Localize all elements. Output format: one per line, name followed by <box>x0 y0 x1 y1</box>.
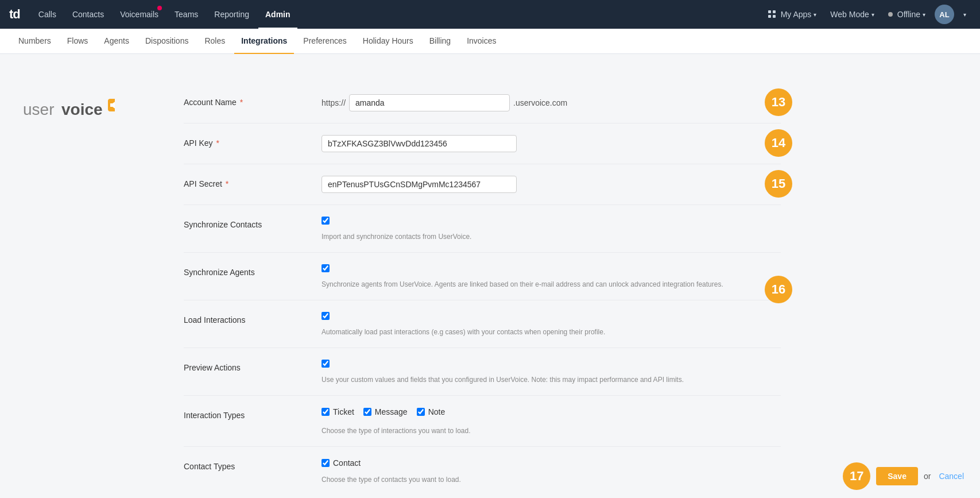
api-secret-controls <box>321 176 781 193</box>
load-interactions-controls: Automatically load past interactions (e.… <box>321 312 781 336</box>
nav-admin[interactable]: Admin <box>258 0 297 29</box>
subnav-numbers[interactable]: Numbers <box>11 29 58 54</box>
api-key-row: API Key * 14 <box>184 123 781 164</box>
or-text: or <box>924 472 931 481</box>
voicemail-badge <box>157 6 162 10</box>
sync-contacts-row: Synchronize Contacts Import and synchron… <box>184 205 781 253</box>
api-secret-label: API Secret * <box>184 176 310 188</box>
top-nav-right: My Apps ▾ Web Mode ▾ Offline ▾ AL ▾ <box>764 5 971 24</box>
contact-types-desc: Choose the type of contacts you want to … <box>321 476 781 484</box>
sync-agents-controls: Synchronize agents from UserVoice. Agent… <box>321 264 781 288</box>
integration-sidebar: user voice <box>23 83 161 495</box>
nav-contacts[interactable]: Contacts <box>65 0 111 29</box>
interaction-types-list: Ticket Message Note <box>321 407 781 419</box>
sync-agents-checkbox-row <box>321 264 781 272</box>
account-name-prefix: https:// <box>321 98 346 107</box>
preview-actions-checkbox-row <box>321 360 781 368</box>
sub-nav: Numbers Flows Agents Dispositions Roles … <box>0 29 980 54</box>
grid-dot <box>773 10 776 13</box>
preview-actions-row: Preview Actions Use your custom values a… <box>184 348 781 396</box>
svg-text:user: user <box>23 101 54 118</box>
preview-actions-checkbox[interactable] <box>321 360 330 368</box>
sync-contacts-checkbox-row <box>321 217 781 225</box>
integration-form: Account Name * 13 https:// .uservoice.co… <box>184 83 781 495</box>
account-name-label: Account Name * <box>184 94 310 107</box>
note-checkbox[interactable] <box>417 408 425 416</box>
integration-layout: user voice <box>23 71 781 498</box>
web-mode-chevron: ▾ <box>871 11 874 18</box>
sync-agents-checkbox[interactable] <box>321 264 330 272</box>
contact-label: Contact <box>333 458 361 468</box>
uservoice-logo: user voice <box>23 94 161 123</box>
preview-actions-controls: Use your custom values and fields that y… <box>321 360 781 384</box>
sync-contacts-label: Synchronize Contacts <box>184 217 310 229</box>
load-interactions-checkbox-row <box>321 312 781 320</box>
step-badge-14: 14 <box>765 129 792 157</box>
grid-dot <box>773 15 776 18</box>
grid-dot <box>768 10 771 13</box>
preview-actions-label: Preview Actions <box>184 360 310 372</box>
sync-agents-row: Synchronize Agents 16 Synchronize agents… <box>184 253 781 300</box>
subnav-agents[interactable]: Agents <box>97 29 136 54</box>
offline-button[interactable]: Offline ▾ <box>884 10 930 19</box>
contact-types-label: Contact Types <box>184 458 310 471</box>
api-key-label: API Key * <box>184 135 310 148</box>
interaction-types-desc: Choose the type of interactions you want… <box>321 427 781 435</box>
web-mode-button[interactable]: Web Mode ▾ <box>826 10 878 19</box>
web-mode-label: Web Mode <box>830 10 869 19</box>
main-content: user voice <box>0 54 804 498</box>
ticket-checkbox[interactable] <box>321 408 330 416</box>
sync-contacts-desc: Import and synchronize contacts from Use… <box>321 233 781 241</box>
brand-logo[interactable]: td <box>9 7 20 22</box>
uservoice-svg: user voice <box>23 94 115 123</box>
my-apps-button[interactable]: My Apps ▾ <box>764 10 822 19</box>
note-checkbox-row: Note <box>417 407 446 416</box>
note-label: Note <box>428 407 446 416</box>
api-key-input[interactable] <box>321 135 517 152</box>
top-nav: td Calls Contacts Voicemails Teams Repor… <box>0 0 980 29</box>
ticket-checkbox-row: Ticket <box>321 407 354 416</box>
api-key-required: * <box>214 138 219 148</box>
sync-agents-desc: Synchronize agents from UserVoice. Agent… <box>321 280 781 288</box>
nav-calls[interactable]: Calls <box>32 0 63 29</box>
subnav-flows[interactable]: Flows <box>60 29 95 54</box>
sync-contacts-controls: Import and synchronize contacts from Use… <box>321 217 781 241</box>
offline-chevron: ▾ <box>923 11 925 18</box>
preview-actions-desc: Use your custom values and fields that y… <box>321 376 781 384</box>
subnav-roles[interactable]: Roles <box>197 29 232 54</box>
load-interactions-desc: Automatically load past interactions (e.… <box>321 328 781 336</box>
nav-teams[interactable]: Teams <box>168 0 205 29</box>
sync-agents-label: Synchronize Agents <box>184 264 310 277</box>
nav-voicemails[interactable]: Voicemails <box>113 0 165 29</box>
message-label: Message <box>375 407 408 416</box>
sync-contacts-checkbox[interactable] <box>321 217 330 225</box>
contact-types-controls: Contact Choose the type of contacts you … <box>321 458 781 484</box>
account-name-suffix: .uservoice.com <box>513 98 567 107</box>
message-checkbox[interactable] <box>363 408 371 416</box>
subnav-billing[interactable]: Billing <box>423 29 458 54</box>
subnav-holiday-hours[interactable]: Holiday Hours <box>356 29 420 54</box>
user-avatar-button[interactable]: AL <box>935 5 954 24</box>
my-apps-chevron: ▾ <box>814 11 816 18</box>
cancel-button[interactable]: Cancel <box>936 467 966 485</box>
nav-reporting[interactable]: Reporting <box>207 0 256 29</box>
ticket-label: Ticket <box>333 407 354 416</box>
interaction-types-row: Interaction Types Ticket Message <box>184 396 781 447</box>
offline-label: Offline <box>897 10 920 19</box>
contact-checkbox-row: Contact <box>321 458 781 468</box>
load-interactions-row: Load Interactions Automatically load pas… <box>184 300 781 348</box>
load-interactions-checkbox[interactable] <box>321 312 330 320</box>
account-name-input[interactable] <box>349 94 510 111</box>
api-secret-input[interactable] <box>321 176 517 193</box>
user-menu-chevron[interactable]: ▾ <box>959 11 971 18</box>
step-badge-15: 15 <box>765 170 792 198</box>
account-name-required: * <box>238 98 243 107</box>
subnav-integrations[interactable]: Integrations <box>234 29 294 54</box>
subnav-dispositions[interactable]: Dispositions <box>138 29 195 54</box>
svg-text:voice: voice <box>61 101 103 118</box>
api-secret-row: API Secret * 15 <box>184 164 781 205</box>
save-button[interactable]: Save <box>876 467 918 485</box>
subnav-preferences[interactable]: Preferences <box>296 29 353 54</box>
subnav-invoices[interactable]: Invoices <box>460 29 503 54</box>
contact-checkbox[interactable] <box>321 459 330 467</box>
